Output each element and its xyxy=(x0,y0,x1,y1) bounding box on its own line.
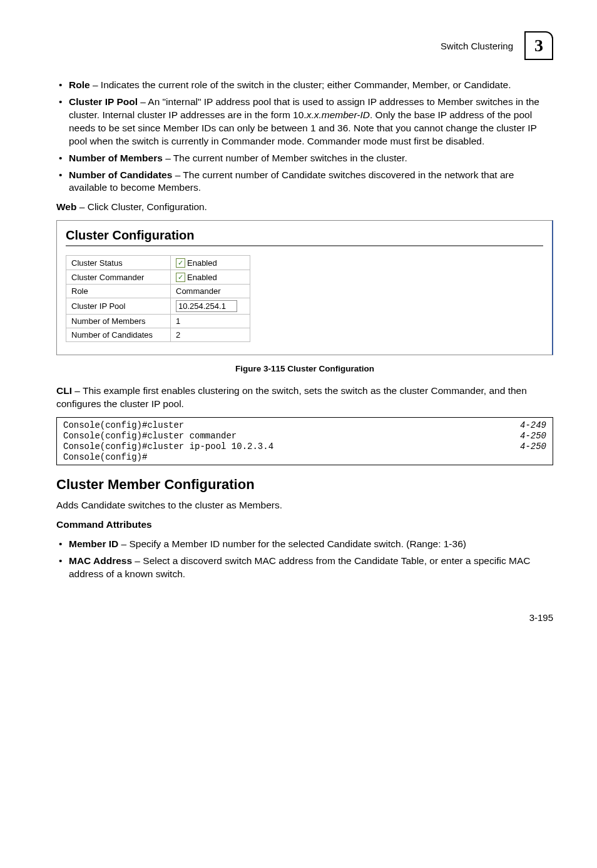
config-value: 1 xyxy=(171,315,250,328)
table-row: Cluster Status✓Enabled xyxy=(66,256,250,270)
code-block: Console(config)#cluster4-249Console(conf… xyxy=(56,417,553,465)
table-row: Cluster Commander✓Enabled xyxy=(66,270,250,285)
checkbox-icon[interactable]: ✓ xyxy=(176,258,185,268)
attribute-list-1: Role – Indicates the current role of the… xyxy=(56,79,553,194)
figure-panel: Cluster Configuration Cluster Status✓Ena… xyxy=(56,220,553,355)
attribute-term: Cluster IP Pool xyxy=(69,96,138,107)
code-line: Console(config)#cluster4-249 xyxy=(63,420,546,431)
config-table: Cluster Status✓EnabledCluster Commander✓… xyxy=(66,255,250,342)
figure-title: Cluster Configuration xyxy=(66,228,543,243)
config-label: Number of Members xyxy=(66,315,171,328)
code-reference: 4-250 xyxy=(508,442,546,452)
web-instruction: Web – Click Cluster, Configuration. xyxy=(56,201,553,214)
code-reference: 4-249 xyxy=(508,420,546,431)
code-line: Console(config)#cluster ip-pool 10.2.3.4… xyxy=(63,442,546,452)
config-value: ✓Enabled xyxy=(171,256,250,270)
page-number: 3-195 xyxy=(56,612,553,623)
web-text: – Click Cluster, Configuration. xyxy=(76,201,207,212)
section-intro: Adds Candidate switches to the cluster a… xyxy=(56,499,553,512)
attribute-term: Number of Members xyxy=(69,153,163,163)
attribute-term: Member ID xyxy=(69,538,118,549)
config-label: Number of Candidates xyxy=(66,328,171,342)
code-reference xyxy=(534,452,546,463)
attribute-term: MAC Address xyxy=(69,555,132,566)
config-label: Cluster IP Pool xyxy=(66,298,171,315)
command-attributes-heading: Command Attributes xyxy=(56,518,553,532)
attribute-item: Number of Candidates – The current numbe… xyxy=(56,169,553,195)
table-row: Number of Members1 xyxy=(66,315,250,328)
table-row: RoleCommander xyxy=(66,285,250,298)
checkbox-icon[interactable]: ✓ xyxy=(176,273,185,282)
figure-caption: Figure 3-115 Cluster Configuration xyxy=(56,364,553,373)
code-command: Console(config)#cluster commander xyxy=(63,431,237,442)
checkbox-label: Enabled xyxy=(187,273,217,282)
header-label: Switch Clustering xyxy=(441,41,513,51)
section-heading: Cluster Member Configuration xyxy=(56,477,553,493)
code-command: Console(config)#cluster xyxy=(63,420,184,431)
attribute-list-2: Member ID – Specify a Member ID number f… xyxy=(56,538,553,581)
attribute-item: MAC Address – Select a discoverd switch … xyxy=(56,555,553,581)
config-value: 10.254.254.1 xyxy=(171,298,250,315)
config-label: Cluster Commander xyxy=(66,270,171,285)
code-line: Console(config)#cluster commander4-250 xyxy=(63,431,546,442)
ip-pool-input[interactable]: 10.254.254.1 xyxy=(176,300,237,312)
table-row: Number of Candidates2 xyxy=(66,328,250,342)
attribute-item: Cluster IP Pool – An "internal" IP addre… xyxy=(56,96,553,148)
web-label: Web xyxy=(56,201,76,212)
code-line: Console(config)# xyxy=(63,452,546,463)
code-command: Console(config)# xyxy=(63,452,147,463)
attribute-term: Number of Candidates xyxy=(69,169,172,180)
code-reference: 4-250 xyxy=(508,431,546,442)
config-value: Commander xyxy=(171,285,250,298)
chapter-number-box: 3 xyxy=(524,31,553,60)
attribute-item: Member ID – Specify a Member ID number f… xyxy=(56,538,553,551)
attribute-italic: x.x.member-ID xyxy=(307,109,370,120)
cli-text: – This example first enables clustering … xyxy=(56,385,527,409)
attribute-item: Role – Indicates the current role of the… xyxy=(56,79,553,92)
config-value: 2 xyxy=(171,328,250,342)
code-command: Console(config)#cluster ip-pool 10.2.3.4 xyxy=(63,442,273,452)
config-label: Cluster Status xyxy=(66,256,171,270)
page-header: Switch Clustering 3 xyxy=(56,31,553,60)
config-value: ✓Enabled xyxy=(171,270,250,285)
cli-label: CLI xyxy=(56,385,72,396)
figure-divider xyxy=(66,245,543,246)
cli-instruction: CLI – This example first enables cluster… xyxy=(56,385,553,411)
config-label: Role xyxy=(66,285,171,298)
table-row: Cluster IP Pool10.254.254.1 xyxy=(66,298,250,315)
checkbox-label: Enabled xyxy=(187,258,217,268)
attribute-term: Role xyxy=(69,79,90,90)
attribute-item: Number of Members – The current number o… xyxy=(56,152,553,165)
